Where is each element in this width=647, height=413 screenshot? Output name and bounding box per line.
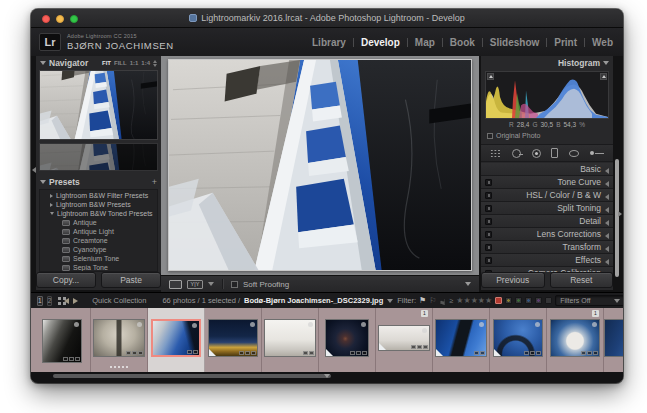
zoom-switcher-icon[interactable] bbox=[153, 60, 157, 67]
right-panel-collapse-arrow-icon[interactable] bbox=[618, 211, 622, 217]
current-filename[interactable]: Bodø-Bjørn Joachimsen-_DSC2329.jpg bbox=[244, 296, 383, 305]
soft-proofing-checkbox[interactable] bbox=[231, 281, 238, 288]
zoom-1-4-option[interactable]: 1:4 bbox=[141, 60, 150, 66]
loupe-view-icon[interactable] bbox=[169, 280, 182, 289]
left-panel-collapse-arrow-icon[interactable] bbox=[32, 167, 36, 173]
filmstrip-thumbnail[interactable] bbox=[550, 319, 600, 357]
spot-removal-icon[interactable] bbox=[512, 149, 521, 158]
main-window-button[interactable]: 1 bbox=[37, 296, 43, 306]
section-transform[interactable]: Transform bbox=[481, 241, 613, 254]
filmstrip-thumbnail[interactable] bbox=[378, 325, 430, 351]
filmstrip-thumbnail[interactable] bbox=[604, 319, 623, 357]
flag-unflagged-icon[interactable]: ⚐ bbox=[429, 297, 436, 305]
filmstrip-thumbnail[interactable] bbox=[42, 319, 82, 363]
quick-collection-label[interactable]: Quick Collection bbox=[92, 296, 146, 305]
histogram-panel-header[interactable]: Histogram bbox=[481, 56, 613, 70]
color-label-none[interactable] bbox=[545, 297, 552, 304]
filmstrip-cell[interactable] bbox=[34, 308, 91, 372]
preset-group[interactable]: Lightroom B&W Filter Presets bbox=[40, 191, 157, 200]
section-split-toning[interactable]: Split Toning bbox=[481, 202, 613, 215]
preset-group[interactable]: Lightroom B&W Presets bbox=[40, 200, 157, 209]
preset-item[interactable]: Creamtone bbox=[40, 236, 157, 245]
filmstrip-thumbnail[interactable] bbox=[493, 319, 543, 357]
preset-item[interactable]: Antique bbox=[40, 218, 157, 227]
panel-toggle-switch[interactable] bbox=[485, 192, 492, 199]
adjustment-brush-icon[interactable] bbox=[590, 149, 604, 158]
flag-picked-icon[interactable]: ⚑ bbox=[419, 297, 426, 305]
filmstrip-cell[interactable] bbox=[319, 308, 376, 372]
filmstrip-thumbnail[interactable] bbox=[208, 319, 258, 357]
filmstrip-cell[interactable] bbox=[91, 308, 148, 372]
color-label-yellow[interactable] bbox=[505, 297, 512, 304]
filmstrip-thumbnail[interactable] bbox=[264, 319, 316, 357]
panel-toggle-switch[interactable] bbox=[485, 257, 492, 264]
filmstrip-thumbnail[interactable] bbox=[93, 319, 145, 357]
graduated-filter-icon[interactable] bbox=[551, 148, 558, 158]
panel-toggle-switch[interactable] bbox=[485, 218, 492, 225]
section-effects[interactable]: Effects bbox=[481, 254, 613, 267]
toolbar-options-icon[interactable] bbox=[465, 282, 471, 286]
section-lens-corrections[interactable]: Lens Corrections bbox=[481, 228, 613, 241]
reset-button[interactable]: Reset bbox=[550, 272, 614, 288]
zoom-button[interactable] bbox=[70, 15, 78, 23]
main-photo[interactable] bbox=[168, 59, 472, 271]
navigator-panel-header[interactable]: Navigator FIT FILL 1:1 1:4 bbox=[36, 56, 161, 70]
preset-item[interactable]: Antique Light bbox=[40, 227, 157, 236]
zoom-fill-option[interactable]: FILL bbox=[114, 60, 127, 66]
filmstrip-cell[interactable] bbox=[604, 308, 623, 372]
preset-item[interactable]: Cyanotype bbox=[40, 245, 157, 254]
second-window-button[interactable]: 2 bbox=[47, 296, 53, 306]
section-detail[interactable]: Detail bbox=[481, 215, 613, 228]
filmstrip-cell[interactable] bbox=[205, 308, 262, 372]
flag-rejected-icon[interactable]: ⚑ bbox=[439, 297, 446, 305]
red-eye-icon[interactable] bbox=[532, 149, 541, 158]
close-button[interactable] bbox=[42, 15, 50, 23]
copy-button[interactable]: Copy... bbox=[36, 272, 96, 288]
section-tone-curve[interactable]: Tone Curve bbox=[481, 176, 613, 189]
before-after-icon[interactable]: Y|Y bbox=[187, 280, 203, 289]
presets-panel-header[interactable]: Presets + bbox=[36, 175, 161, 189]
previous-button[interactable]: Previous bbox=[481, 272, 545, 288]
minimize-button[interactable] bbox=[56, 15, 64, 23]
module-library[interactable]: Library bbox=[312, 37, 346, 48]
original-photo-checkbox[interactable] bbox=[487, 133, 493, 139]
next-photo-arrow-icon[interactable] bbox=[73, 298, 78, 304]
filmstrip-thumbnail[interactable] bbox=[151, 319, 201, 357]
filename-dropdown-icon[interactable] bbox=[387, 299, 393, 303]
filmstrip-cell-selected[interactable] bbox=[148, 308, 205, 372]
radial-filter-icon[interactable] bbox=[569, 150, 579, 157]
left-panel-photo-preview[interactable] bbox=[39, 143, 158, 171]
preset-item[interactable]: Selenium Tone bbox=[40, 254, 157, 263]
highlight-clipping-indicator[interactable] bbox=[600, 73, 607, 80]
filmstrip-cell[interactable] bbox=[433, 308, 490, 372]
filmstrip-cell[interactable]: 1 bbox=[376, 308, 433, 372]
filmstrip-cell[interactable]: 1 bbox=[547, 308, 604, 372]
filmstrip-thumbnail[interactable] bbox=[435, 319, 487, 357]
module-web[interactable]: Web bbox=[592, 37, 613, 48]
titlebar[interactable]: Lightroomarkiv 2016.lrcat - Adobe Photos… bbox=[31, 9, 623, 28]
filmstrip-thumbnail[interactable] bbox=[325, 319, 369, 357]
paste-button[interactable]: Paste bbox=[101, 272, 161, 288]
panel-toggle-switch[interactable] bbox=[485, 231, 492, 238]
filmstrip-cell[interactable] bbox=[262, 308, 319, 372]
panel-toggle-switch[interactable] bbox=[485, 205, 492, 212]
color-label-green[interactable] bbox=[515, 297, 522, 304]
module-map[interactable]: Map bbox=[415, 37, 435, 48]
color-label-blue[interactable] bbox=[525, 297, 532, 304]
histogram-graph[interactable] bbox=[485, 71, 609, 119]
star-rating-filter[interactable]: ★★★★★ bbox=[456, 296, 492, 305]
add-preset-button[interactable]: + bbox=[152, 177, 157, 187]
panel-toggle-switch[interactable] bbox=[485, 179, 492, 186]
shadow-clipping-indicator[interactable] bbox=[487, 73, 494, 80]
section-basic[interactable]: Basic bbox=[481, 163, 613, 176]
color-label-purple[interactable] bbox=[535, 297, 542, 304]
zoom-1-1-option[interactable]: 1:1 bbox=[130, 60, 139, 66]
filmstrip-scrollbar-thumb[interactable] bbox=[53, 374, 331, 378]
crop-overlay-icon[interactable] bbox=[490, 149, 501, 158]
preset-item[interactable]: Sepia Tone bbox=[40, 263, 157, 272]
previous-photo-arrow-icon[interactable] bbox=[64, 298, 69, 304]
module-print[interactable]: Print bbox=[554, 37, 577, 48]
filmstrip-cell[interactable] bbox=[490, 308, 547, 372]
module-develop[interactable]: Develop bbox=[361, 37, 400, 48]
color-label-red[interactable] bbox=[495, 297, 502, 304]
